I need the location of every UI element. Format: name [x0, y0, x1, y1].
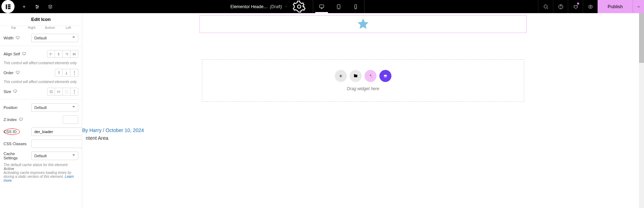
align-self-buttons [47, 50, 78, 58]
publish-options-button[interactable] [633, 0, 644, 13]
whats-new-button[interactable] [568, 0, 583, 13]
help-button[interactable] [553, 0, 568, 13]
position-control: Position Default [4, 103, 78, 113]
label-right: Right [23, 26, 41, 29]
svg-point-4 [36, 5, 36, 6]
desktop-icon[interactable] [19, 117, 23, 122]
svg-rect-19 [16, 71, 19, 73]
width-label: Width [4, 35, 29, 40]
cssclasses-input[interactable] [31, 139, 82, 148]
add-widget-button[interactable] [335, 70, 347, 82]
panel-body: Top Right Bottom Left Width Default Alig… [0, 26, 82, 208]
svg-point-32 [385, 77, 386, 78]
svg-rect-8 [320, 5, 324, 7]
panel-title: Edit Icon [0, 13, 82, 26]
document-settings-button[interactable] [293, 0, 306, 13]
content-area-label: ntent Area [86, 135, 108, 141]
mobile-view-button[interactable] [347, 0, 364, 13]
preview-button[interactable] [583, 0, 598, 13]
svg-point-33 [386, 77, 386, 78]
size-custom-button[interactable]: ⋮ [70, 88, 78, 95]
desktop-icon[interactable] [13, 89, 17, 94]
cache-select[interactable]: Default [31, 152, 78, 160]
order-end-button[interactable] [63, 69, 70, 77]
tablet-view-button[interactable] [330, 0, 347, 13]
svg-rect-22 [19, 118, 23, 120]
settings-sliders-button[interactable] [30, 0, 44, 13]
cache-control: Cache Settings Default [4, 151, 78, 161]
svg-point-6 [36, 7, 37, 8]
icon-widget-container[interactable] [199, 15, 527, 33]
order-label: Order [4, 70, 29, 75]
desktop-icon[interactable] [22, 51, 26, 56]
svg-point-13 [544, 5, 547, 8]
document-info: Elementor Heade… (Draft) [230, 0, 309, 13]
topbar-left [0, 0, 57, 13]
finder-search-button[interactable] [538, 0, 553, 13]
order-start-button[interactable] [55, 69, 63, 77]
position-select[interactable]: Default [31, 103, 78, 112]
align-stretch-button[interactable] [70, 50, 78, 58]
document-status: (Draft) [270, 4, 282, 9]
svg-rect-3 [8, 8, 10, 9]
desktop-icon[interactable] [16, 70, 20, 75]
order-buttons: ⋮ [55, 69, 78, 77]
post-byline[interactable]: By Harry / October 10, 2024 [82, 127, 144, 133]
empty-section-dropzone[interactable]: Drag widget here [202, 59, 524, 102]
svg-point-7 [298, 5, 301, 8]
cssclasses-control: CSS Classes [4, 139, 78, 149]
document-title-wrap[interactable]: Elementor Heade… (Draft) [230, 4, 287, 9]
svg-rect-18 [23, 53, 26, 55]
publish-button[interactable]: Publish [598, 0, 633, 13]
label-top: Top [4, 26, 23, 29]
cssid-control: CSS ID [4, 127, 78, 137]
size-grow-button[interactable] [55, 88, 63, 95]
size-label: Size [4, 89, 29, 94]
cssid-label: CSS ID [4, 130, 29, 134]
add-element-button[interactable] [17, 0, 30, 13]
star-icon [356, 17, 370, 31]
container-presets-button[interactable] [379, 70, 391, 82]
svg-rect-17 [16, 37, 19, 39]
elementor-logo[interactable] [1, 0, 15, 13]
align-self-control: Align Self [4, 49, 78, 59]
zindex-control: Z-Index [4, 115, 78, 125]
add-template-button[interactable] [350, 70, 362, 82]
editor-canvas[interactable]: Drag widget here By Harry / October 10, … [82, 13, 644, 208]
order-help-text: This control will affect contained eleme… [4, 80, 78, 84]
svg-rect-2 [8, 6, 10, 7]
width-control: Width Default [4, 33, 78, 43]
zindex-input[interactable] [63, 115, 78, 124]
document-title: Elementor Heade… [230, 4, 267, 9]
ai-generate-button[interactable] [365, 70, 377, 82]
size-none-button[interactable] [47, 88, 55, 95]
structure-button[interactable] [44, 0, 57, 13]
order-custom-button[interactable]: ⋮ [70, 69, 78, 77]
vertical-scrollbar[interactable] [639, 13, 644, 208]
size-shrink-button[interactable] [63, 88, 70, 95]
scrollbar-thumb[interactable] [639, 13, 644, 63]
svg-point-31 [384, 77, 385, 78]
svg-rect-1 [8, 4, 10, 5]
editor-panel: Edit Icon Top Right Bottom Left Width De… [0, 13, 82, 208]
desktop-icon[interactable] [16, 35, 20, 40]
cache-label: Cache Settings [4, 152, 29, 160]
svg-point-12 [356, 8, 356, 8]
top-bar: Elementor Heade… (Draft) [0, 0, 644, 13]
zindex-label: Z-Index [4, 117, 29, 122]
drop-hint-text: Drag widget here [347, 86, 379, 91]
width-select[interactable]: Default [31, 34, 78, 42]
align-start-button[interactable] [47, 50, 55, 58]
svg-rect-20 [14, 90, 17, 92]
svg-point-10 [339, 8, 339, 8]
position-label: Position [4, 105, 29, 110]
align-self-label: Align Self [4, 51, 29, 56]
align-center-button[interactable] [55, 50, 63, 58]
desktop-view-button[interactable] [313, 0, 330, 13]
cssid-input[interactable] [31, 127, 82, 136]
align-end-button[interactable] [63, 50, 70, 58]
label-bottom: Bottom [41, 26, 60, 29]
topbar-right: Publish [538, 0, 644, 13]
align-help-text: This control will affect contained eleme… [4, 61, 78, 65]
spacing-side-labels: Top Right Bottom Left [4, 26, 78, 31]
